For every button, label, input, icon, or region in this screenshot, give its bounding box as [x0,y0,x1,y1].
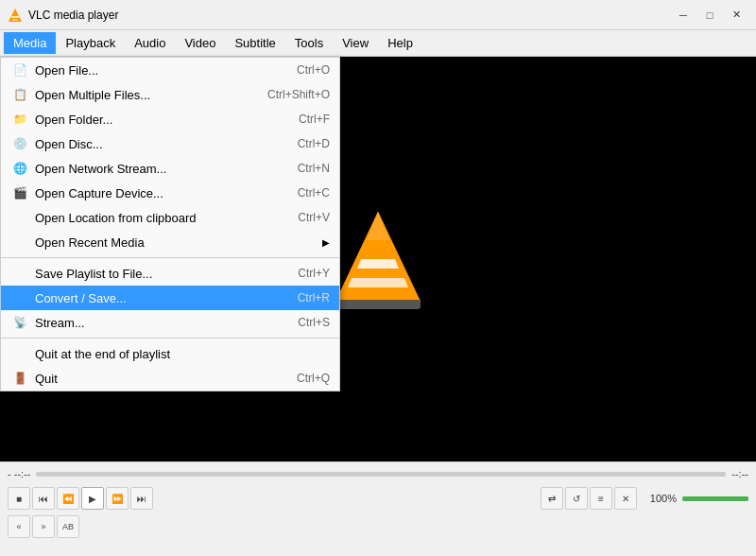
open-disc-label: Open Disc... [35,137,279,151]
time-elapsed: - --:-- [8,468,30,479]
shuffle-button[interactable]: ⇄ [541,487,563,510]
extra-button1[interactable]: ≡ [590,487,612,510]
menu-open-file[interactable]: 📄 Open File... Ctrl+O [1,58,339,82]
minimize-button[interactable]: ─ [671,6,696,25]
next-button[interactable]: ⏩ [106,487,129,510]
app-icon [8,8,23,23]
open-network-icon: 🌐 [10,161,29,176]
time-remaining: --:-- [731,468,748,479]
loop-ab-button[interactable]: AB [57,515,79,538]
open-recent-arrow: ▶ [322,237,330,248]
menu-save-playlist[interactable]: Save Playlist to File... Ctrl+Y [1,261,339,286]
open-multiple-label: Open Multiple Files... [35,88,249,102]
menu-view[interactable]: View [333,32,378,54]
svg-marker-8 [367,212,389,240]
open-capture-shortcut: Ctrl+C [298,186,330,200]
progress-track[interactable] [36,472,726,477]
menu-bar: Media Playback Audio Video Subtitle Tool… [0,30,756,57]
save-playlist-label: Save Playlist to File... [35,267,279,281]
window-title: VLC media player [28,9,671,22]
menu-quit-end[interactable]: Quit at the end of playlist [1,341,339,366]
frame-next-button[interactable]: ⏭ [130,487,153,510]
save-playlist-icon [10,266,29,281]
open-folder-icon: 📁 [10,112,29,127]
menu-help[interactable]: Help [378,32,422,54]
stream-icon: 📡 [10,315,29,330]
transport-controls: ■ ⏮ ⏪ ▶ ⏩ ⏭ ⇄ ↺ ≡ ✕ 100% [0,483,756,513]
menu-playback[interactable]: Playback [56,32,125,54]
menu-open-clipboard[interactable]: Open Location from clipboard Ctrl+V [1,205,339,230]
open-file-icon: 📄 [10,62,29,78]
open-disc-shortcut: Ctrl+D [298,137,330,150]
open-clipboard-label: Open Location from clipboard [35,211,279,225]
open-multiple-shortcut: Ctrl+Shift+O [267,88,330,101]
window-controls: ─ □ ✕ [671,6,748,25]
title-bar: VLC media player ─ □ ✕ [0,0,756,30]
open-clipboard-icon [10,210,29,225]
quit-label: Quit [35,372,278,386]
repeat-button[interactable]: ↺ [565,487,588,510]
menu-open-capture[interactable]: 🎬 Open Capture Device... Ctrl+C [1,181,339,205]
quit-shortcut: Ctrl+Q [297,372,330,385]
controls-row2: « » AB [0,513,756,540]
fast-button[interactable]: » [32,515,55,538]
svg-rect-3 [12,19,18,21]
prev-button[interactable]: ⏪ [57,487,79,510]
quit-end-icon [10,346,29,361]
open-network-shortcut: Ctrl+N [298,162,330,175]
open-recent-label: Open Recent Media [35,235,300,250]
media-dropdown: 📄 Open File... Ctrl+O 📋 Open Multiple Fi… [0,57,340,391]
menu-video[interactable]: Video [175,32,225,54]
menu-audio[interactable]: Audio [125,32,175,54]
open-multiple-icon: 📋 [10,87,29,102]
open-folder-label: Open Folder... [35,113,280,127]
stop-button[interactable]: ■ [8,487,30,510]
progress-area: - --:-- --:-- [0,462,756,483]
quit-icon: 🚪 [10,371,29,386]
convert-save-shortcut: Ctrl+R [298,291,330,304]
menu-convert-save[interactable]: Convert / Save... Ctrl+R [1,286,339,310]
open-capture-label: Open Capture Device... [35,186,279,200]
open-file-label: Open File... [35,63,278,78]
open-capture-icon: 🎬 [10,185,29,200]
svg-marker-7 [348,278,408,287]
menu-open-multiple[interactable]: 📋 Open Multiple Files... Ctrl+Shift+O [1,82,339,107]
separator-2 [1,338,339,339]
open-recent-icon [10,235,29,250]
open-folder-shortcut: Ctrl+F [299,113,330,126]
slow-button[interactable]: « [8,515,30,538]
stream-shortcut: Ctrl+S [298,316,330,329]
extra-button2[interactable]: ✕ [614,487,637,510]
menu-open-disc[interactable]: 💿 Open Disc... Ctrl+D [1,131,339,156]
open-clipboard-shortcut: Ctrl+V [298,211,330,224]
svg-marker-6 [357,259,399,269]
open-network-label: Open Network Stream... [35,162,279,176]
play-button[interactable]: ▶ [81,487,104,510]
convert-save-icon [10,290,29,305]
bottom-controls: - --:-- --:-- ■ ⏮ ⏪ ▶ ⏩ ⏭ ⇄ ↺ ≡ ✕ 100% «… [0,461,756,556]
svg-rect-9 [335,300,421,309]
open-disc-icon: 💿 [10,136,29,151]
volume-fill [682,496,748,501]
menu-tools[interactable]: Tools [285,32,333,54]
frame-prev-button[interactable]: ⏮ [32,487,55,510]
quit-end-label: Quit at the end of playlist [35,347,311,361]
menu-stream[interactable]: 📡 Stream... Ctrl+S [1,310,339,335]
maximize-button[interactable]: □ [697,6,722,25]
menu-open-folder[interactable]: 📁 Open Folder... Ctrl+F [1,107,339,131]
menu-quit[interactable]: 🚪 Quit Ctrl+Q [1,366,339,391]
open-file-shortcut: Ctrl+O [297,63,330,77]
menu-subtitle[interactable]: Subtitle [225,32,284,54]
menu-open-recent[interactable]: Open Recent Media ▶ [1,230,339,254]
svg-rect-2 [11,16,19,18]
close-button[interactable]: ✕ [724,6,748,25]
save-playlist-shortcut: Ctrl+Y [298,267,330,280]
separator-1 [1,257,339,258]
menu-media[interactable]: Media [4,32,56,54]
volume-track[interactable] [682,496,748,501]
convert-save-label: Convert / Save... [35,291,279,305]
volume-label: 100% [650,493,677,504]
vlc-logo [331,207,425,311]
stream-label: Stream... [35,316,279,330]
menu-open-network[interactable]: 🌐 Open Network Stream... Ctrl+N [1,156,339,181]
